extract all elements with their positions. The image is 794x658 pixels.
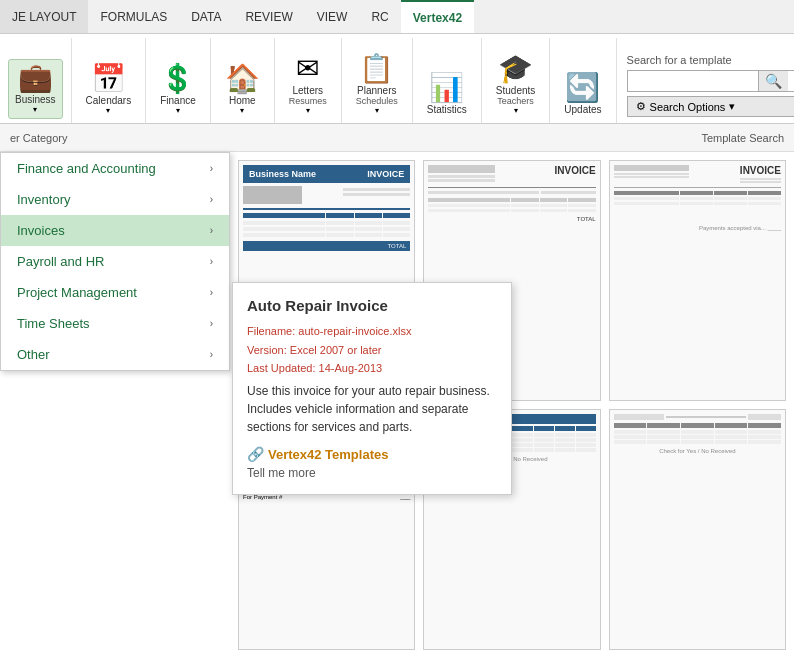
letters-caret: ▾	[306, 106, 310, 115]
filename-label: Filename:	[247, 325, 295, 337]
payroll-hr-arrow: ›	[210, 256, 213, 267]
ribbon-group-students: 🎓 Students Teachers ▾	[482, 38, 550, 123]
finance-label: Finance	[160, 95, 196, 106]
dropdown-item-time-sheets[interactable]: Time Sheets ›	[1, 308, 229, 339]
menu-review[interactable]: REVIEW	[233, 0, 304, 33]
tooltip-popup: Auto Repair Invoice Filename: auto-repai…	[232, 282, 512, 495]
statistics-label: Statistics	[427, 104, 467, 115]
calendars-caret: ▾	[106, 106, 110, 115]
planners-icon: 📋	[359, 55, 394, 83]
statistics-icon: 📊	[429, 74, 464, 102]
menu-formulas[interactable]: FORMULAS	[88, 0, 179, 33]
students-button[interactable]: 🎓 Students Teachers ▾	[490, 51, 541, 119]
statistics-button[interactable]: 📊 Statistics	[421, 70, 473, 119]
ribbon-group-letters: ✉ Letters Resumes ▾	[275, 38, 342, 123]
ribbon-icons-students: 🎓 Students Teachers ▾	[490, 42, 541, 119]
calendars-button[interactable]: 📅 Calendars ▾	[80, 61, 138, 119]
home-caret: ▾	[240, 106, 244, 115]
menu-vertex42[interactable]: Vertex42	[401, 0, 474, 33]
students-label: Students	[496, 85, 535, 96]
business-icon: 💼	[18, 64, 53, 92]
planners-button[interactable]: 📋 Planners Schedules ▾	[350, 51, 404, 119]
card1-header: Business NameINVOICE	[243, 165, 410, 183]
ribbon-icons-calendars: 📅 Calendars ▾	[80, 42, 138, 119]
ribbon-icons-updates: 🔄 Updates	[558, 42, 607, 119]
invoices-label: Invoices	[17, 223, 65, 238]
card-inner-6: Check for Yes / No Received	[610, 410, 785, 649]
menu-data[interactable]: DATA	[179, 0, 233, 33]
other-arrow: ›	[210, 349, 213, 360]
students-caret: ▾	[514, 106, 518, 115]
dropdown-item-payroll-hr[interactable]: Payroll and HR ›	[1, 246, 229, 277]
updated-label: Last Updated:	[247, 362, 316, 374]
time-sheets-arrow: ›	[210, 318, 213, 329]
updates-icon: 🔄	[565, 74, 600, 102]
template-card-6[interactable]: Check for Yes / No Received	[609, 409, 786, 650]
version-label: Version:	[247, 344, 287, 356]
business-caret: ▾	[33, 105, 37, 114]
search-box-wrap: 🔍	[627, 70, 794, 92]
link-icon: 🔗	[247, 446, 264, 462]
search-options-icon: ⚙	[636, 100, 646, 113]
menu-bar: JE LAYOUT FORMULAS DATA REVIEW VIEW RC V…	[0, 0, 794, 34]
ribbon-icons-statistics: 📊 Statistics	[421, 42, 473, 119]
tooltip-link[interactable]: 🔗 Vertex42 Templates	[247, 446, 497, 462]
menu-view[interactable]: VIEW	[305, 0, 360, 33]
finance-button[interactable]: 💲 Finance ▾	[154, 61, 202, 119]
finance-accounting-arrow: ›	[210, 163, 213, 174]
letters-icon: ✉	[296, 55, 319, 83]
planners-caret: ▾	[375, 106, 379, 115]
card-inner-3: INVOICE	[610, 161, 785, 400]
home-label: Home	[229, 95, 256, 106]
ribbon-group-home: 🏠 Home ▾	[211, 38, 275, 123]
letters-button[interactable]: ✉ Letters Resumes ▾	[283, 51, 333, 119]
dropdown-item-other[interactable]: Other ›	[1, 339, 229, 370]
dropdown-item-invoices[interactable]: Invoices ›	[1, 215, 229, 246]
filter-bar: er Category Template Search	[0, 124, 794, 152]
template-search-label: Template Search	[701, 132, 784, 144]
finance-accounting-label: Finance and Accounting	[17, 161, 156, 176]
students-icon: 🎓	[498, 55, 533, 83]
updated-value: 14-Aug-2013	[319, 362, 383, 374]
updates-button[interactable]: 🔄 Updates	[558, 70, 607, 119]
time-sheets-label: Time Sheets	[17, 316, 90, 331]
tooltip-description: Use this invoice for your auto repair bu…	[247, 382, 497, 436]
tooltip-title: Auto Repair Invoice	[247, 297, 497, 314]
tooltip-tell-me[interactable]: Tell me more	[247, 466, 497, 480]
planners-label: Planners	[357, 85, 396, 96]
search-options-button[interactable]: ⚙ Search Options ▾	[627, 96, 794, 117]
ribbon-icons-home: 🏠 Home ▾	[219, 42, 266, 119]
business-button[interactable]: 💼 Business ▾	[8, 59, 63, 119]
main-area: Finance and Accounting › Inventory › Inv…	[0, 152, 794, 658]
finance-icon: 💲	[160, 65, 195, 93]
letters-label: Letters	[292, 85, 323, 96]
dropdown-item-project-management[interactable]: Project Management ›	[1, 277, 229, 308]
inventory-label: Inventory	[17, 192, 70, 207]
version-value: Excel 2007 or later	[290, 344, 382, 356]
ribbon-group-statistics: 📊 Statistics	[413, 38, 482, 123]
dropdown-item-finance-accounting[interactable]: Finance and Accounting ›	[1, 153, 229, 184]
students-sublabel: Teachers	[497, 96, 534, 106]
dropdown-menu: Finance and Accounting › Inventory › Inv…	[0, 152, 230, 371]
menu-je-layout[interactable]: JE LAYOUT	[0, 0, 88, 33]
planners-sublabel: Schedules	[356, 96, 398, 106]
project-management-label: Project Management	[17, 285, 137, 300]
link-label: Vertex42 Templates	[268, 447, 388, 462]
search-area: Search for a template 🔍 ⚙ Search Options…	[617, 48, 794, 123]
ribbon: 💼 Business ▾ 📅 Calendars ▾ 💲 Finance ▾	[0, 34, 794, 124]
ribbon-icons-finance: 💲 Finance ▾	[154, 42, 202, 119]
home-button[interactable]: 🏠 Home ▾	[219, 61, 266, 119]
search-go-button[interactable]: 🔍	[758, 71, 788, 91]
template-card-3[interactable]: INVOICE	[609, 160, 786, 401]
ribbon-group-finance: 💲 Finance ▾	[146, 38, 211, 123]
search-input[interactable]	[628, 72, 758, 90]
ribbon-group-calendars: 📅 Calendars ▾	[72, 38, 147, 123]
letters-sublabel: Resumes	[289, 96, 327, 106]
ribbon-group-updates: 🔄 Updates	[550, 38, 616, 123]
menu-rc[interactable]: RC	[359, 0, 400, 33]
filename-value: auto-repair-invoice.xlsx	[298, 325, 411, 337]
business-label: Business	[15, 94, 56, 105]
calendars-label: Calendars	[86, 95, 132, 106]
dropdown-item-inventory[interactable]: Inventory ›	[1, 184, 229, 215]
finance-caret: ▾	[176, 106, 180, 115]
